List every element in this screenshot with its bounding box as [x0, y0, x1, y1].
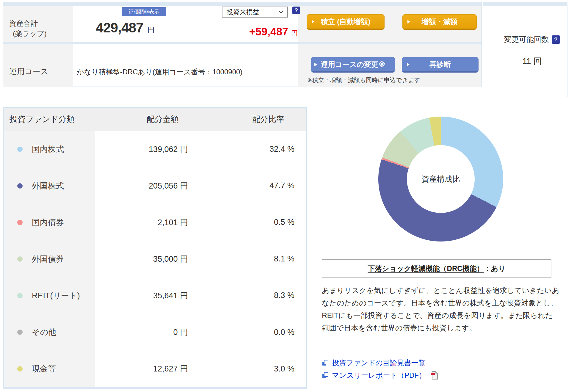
category-color-dot: [17, 220, 23, 225]
triangle-icon: [312, 20, 314, 23]
category-label: 外国債券: [32, 254, 64, 264]
course-row-label: 運用コース: [3, 44, 73, 87]
drc-feature-box: 下落ショック軽減機能（DRC機能）：あり: [322, 259, 551, 278]
monthly-report-link[interactable]: マンスリーレポート（PDF）: [322, 371, 438, 380]
panel-top-strip-right: [483, 2, 567, 6]
pdf-icon[interactable]: [431, 371, 438, 380]
pl-amount-unit: 円: [291, 29, 298, 38]
course-value: かなり積極型-DRCあり(運用コース番号：1000900): [77, 67, 242, 77]
allocation-ratio: 8.1 %: [188, 254, 294, 264]
prospectus-link[interactable]: 投資ファンドの目論見書一覧: [322, 358, 426, 368]
allocation-ratio: 0.0 %: [188, 328, 294, 337]
allocation-ratio: 32.4 %: [188, 145, 294, 154]
category-color-dot: [17, 293, 23, 298]
table-row: 現金等 12,627 円 3.0 %: [4, 351, 306, 387]
category-label: その他: [32, 327, 56, 338]
category-color-dot: [17, 183, 23, 189]
category-label: 国内株式: [32, 144, 64, 155]
change-count-label: 変更可能回数: [504, 35, 549, 44]
drc-title: 下落ショック軽減機能（DRC機能）: [368, 264, 484, 273]
course-change-button[interactable]: 運用コースの変更※: [311, 57, 395, 73]
profit-loss-value: +59,487 円: [197, 26, 298, 39]
allocation-ratio: 0.5 %: [188, 218, 294, 227]
rediagnosis-button[interactable]: 再診断: [402, 57, 479, 73]
course-description: あまりリスクを気にしすぎずに、とことん収益性を追求していきたいあなたのためのコー…: [322, 284, 560, 334]
allocation-amount: 2,101 円: [95, 217, 188, 228]
change-count-panel: 変更可能回数 ? 11 回: [497, 6, 567, 97]
asset-composition-donut-chart: 資産構成比: [378, 117, 503, 242]
table-row: 国内株式 139,062 円 32.4 %: [4, 131, 306, 167]
drc-status: ：あり: [484, 264, 506, 273]
change-count-help-icon[interactable]: ?: [552, 35, 560, 44]
total-amount: 429,487: [96, 20, 143, 36]
asset-summary-panel: 資産合計 (楽ラップ) 運用コース 評価額非表示 429,487 円 投資来損益…: [3, 6, 482, 87]
allocation-amount: 35,641 円: [95, 290, 188, 301]
triangle-icon: [314, 63, 317, 66]
donut-hole: 資産構成比: [407, 145, 475, 213]
allocation-ratio: 8.3 %: [188, 291, 294, 300]
pl-help-icon[interactable]: ?: [292, 7, 300, 14]
chevron-down-icon: [278, 10, 284, 14]
header-allocation-ratio: 配分比率: [239, 108, 298, 131]
triangle-icon: [407, 63, 410, 66]
table-row: 外国債券 35,000 円 8.1 %: [4, 241, 306, 277]
allocation-amount: 0 円: [95, 327, 188, 338]
new-window-icon: [322, 372, 329, 379]
row-divider: [3, 42, 482, 44]
category-color-dot: [17, 366, 23, 371]
category-label: 外国株式: [32, 181, 64, 191]
triangle-icon: [407, 20, 410, 23]
category-label: 現金等: [32, 363, 56, 374]
allocation-amount: 35,000 円: [95, 254, 188, 264]
tsumitate-button[interactable]: 積立 (自動増額): [307, 14, 385, 30]
category-label: 国内債券: [32, 217, 64, 228]
panel-top-strip: [3, 2, 482, 6]
pl-amount: +59,487: [249, 26, 288, 38]
allocation-table-body: 国内株式 139,062 円 32.4 % 外国株式 205,056 円 47.…: [4, 131, 306, 387]
simultaneous-apply-note: ※積立・増額・減額も同時に申込できます: [307, 76, 420, 84]
allocation-ratio: 47.7 %: [188, 181, 294, 190]
table-row: 国内債券 2,101 円 0.5 %: [4, 204, 306, 241]
allocation-amount: 205,056 円: [95, 181, 188, 191]
allocation-table: 投資ファンド分類 配分金額 配分比率 国内株式 139,062 円 32.4 %…: [3, 107, 307, 389]
allocation-amount: 139,062 円: [95, 144, 188, 155]
rakuten-wrap-page: 資産合計 (楽ラップ) 運用コース 評価額非表示 429,487 円 投資来損益…: [0, 0, 574, 392]
table-row: REIT(リート) 35,641 円 8.3 %: [4, 277, 306, 314]
category-color-dot: [17, 147, 23, 152]
valuation-hide-badge[interactable]: 評価額非表示: [122, 7, 166, 16]
change-count-value: 11 回: [523, 56, 542, 67]
pl-period-select-value: 投資来損益: [227, 8, 259, 17]
total-asset-value: 429,487 円: [63, 20, 188, 39]
category-color-dot: [17, 256, 23, 262]
category-color-dot: [17, 330, 23, 335]
total-amount-unit: 円: [148, 25, 155, 35]
table-row: その他 0 円 0.0 %: [4, 314, 306, 350]
category-label: REIT(リート): [32, 290, 80, 301]
header-fund-category: 投資ファンド分類: [10, 108, 75, 131]
chart-center-label: 資産構成比: [421, 174, 460, 184]
table-row: 外国株式 205,056 円 47.7 %: [4, 167, 306, 204]
header-allocation-amount: 配分金額: [118, 108, 207, 131]
allocation-amount: 12,627 円: [95, 363, 188, 374]
allocation-ratio: 3.0 %: [188, 364, 294, 374]
new-window-icon: [322, 359, 329, 366]
zougaku-gengaku-button[interactable]: 増額・減額: [402, 14, 477, 30]
change-count-label-row: 変更可能回数 ?: [504, 35, 560, 44]
pl-period-select[interactable]: 投資来損益: [222, 7, 288, 18]
allocation-table-header: 投資ファンド分類 配分金額 配分比率: [4, 108, 306, 131]
